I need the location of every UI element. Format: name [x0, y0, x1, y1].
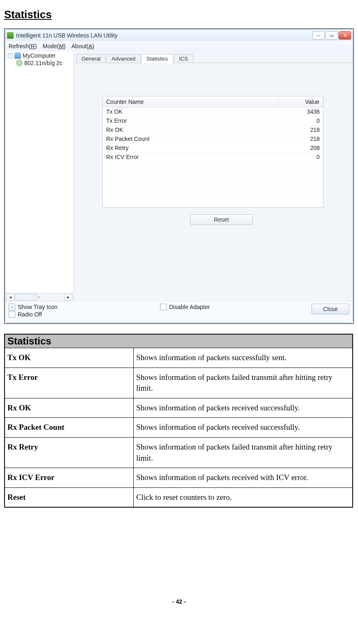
- table-row[interactable]: Tx Error0: [103, 117, 323, 126]
- maximize-button[interactable]: ▭: [325, 31, 338, 40]
- menubar: Refresh(R) Mode(M) About(A): [5, 41, 353, 51]
- table-row: ..: [103, 162, 323, 171]
- disable-adapter-label: Disable Adapter: [169, 304, 210, 310]
- table-row: ..: [103, 180, 323, 189]
- header-counter-name: Counter Name: [103, 96, 279, 107]
- tree-root-label: MyComputer: [23, 52, 56, 59]
- desc-term: Reset: [5, 487, 134, 507]
- adapter-icon: [16, 60, 23, 66]
- menu-refresh[interactable]: Refresh(R): [9, 43, 37, 49]
- desc-term: Rx Retry: [5, 437, 134, 468]
- titlebar: Intelligent 11n USB Wireless LAN Utility…: [5, 30, 353, 41]
- scroll-content-hint: III: [38, 296, 40, 299]
- table-row[interactable]: Rx ICV Error0: [103, 153, 323, 162]
- computer-icon: [14, 52, 21, 59]
- desc-title: Statistics: [5, 334, 353, 348]
- desc-row: Rx OKShows information of packets receiv…: [5, 398, 353, 418]
- checkbox-icon: [9, 311, 15, 318]
- table-row: ..: [103, 189, 323, 198]
- page-heading: Statistics: [4, 8, 354, 21]
- show-tray-label: Show Tray Icon: [18, 304, 58, 310]
- counter-value: 0: [279, 117, 323, 126]
- counter-value: 218: [279, 126, 323, 135]
- tab-general[interactable]: General: [76, 54, 106, 63]
- counter-name: Rx Retry: [103, 144, 279, 153]
- tree-hscrollbar[interactable]: ◂ III ▸: [5, 293, 73, 301]
- tree-expander-icon[interactable]: −: [8, 53, 13, 58]
- scroll-right-icon[interactable]: ▸: [64, 294, 72, 300]
- device-tree: − MyComputer 802.11n/b/g 2c ◂ III ▸: [5, 51, 74, 301]
- scroll-thumb[interactable]: [15, 294, 37, 300]
- tab-statistics[interactable]: Statistics: [141, 54, 173, 63]
- tree-child-label: 802.11n/b/g 2c: [24, 60, 63, 66]
- checkbox-icon: [160, 304, 167, 310]
- desc-term: Rx OK: [5, 398, 134, 418]
- desc-row: Tx OKShows information of packets succes…: [5, 348, 353, 368]
- desc-definition: Shows information of packets failed tran…: [134, 437, 353, 468]
- show-tray-checkbox[interactable]: ✓ Show Tray Icon: [9, 304, 160, 310]
- counter-value: 0: [279, 153, 323, 162]
- app-icon: [7, 32, 14, 39]
- desc-row: Tx ErrorShows information of packets fai…: [5, 368, 353, 398]
- statistics-table: Counter Name Value Tx OK3436Tx Error0Rx …: [102, 96, 323, 208]
- main-pane: General Advanced Statistics ICS Counter …: [74, 51, 353, 300]
- counter-value: 208: [279, 144, 323, 153]
- desc-row: ResetClick to reset counters to zero.: [5, 487, 353, 507]
- app-screenshot: Intelligent 11n USB Wireless LAN Utility…: [4, 28, 354, 324]
- close-button[interactable]: Close: [312, 304, 349, 314]
- desc-term: Rx ICV Error: [5, 468, 134, 488]
- tree-child[interactable]: 802.11n/b/g 2c: [5, 59, 73, 67]
- desc-row: Rx RetryShows information of packets fai…: [5, 437, 353, 468]
- minimize-button[interactable]: ─: [312, 31, 325, 40]
- header-value: Value: [279, 96, 323, 107]
- menu-mode[interactable]: Mode(M): [42, 43, 65, 49]
- disable-adapter-checkbox[interactable]: Disable Adapter: [160, 304, 312, 310]
- counter-value: 218: [279, 135, 323, 144]
- desc-term: Tx Error: [5, 368, 134, 398]
- desc-definition: Shows information of packets received su…: [134, 398, 353, 418]
- counter-name: Rx Packet Count: [103, 135, 279, 144]
- table-row: ..: [103, 171, 323, 180]
- page-number: - 42 -: [4, 598, 354, 605]
- counter-name: Rx OK: [103, 126, 279, 135]
- window-title: Intelligent 11n USB Wireless LAN Utility: [16, 32, 118, 39]
- radio-off-label: Radio Off: [18, 311, 42, 318]
- checkbox-icon: ✓: [9, 304, 15, 310]
- desc-term: Rx Packet Count: [5, 418, 134, 438]
- table-row[interactable]: Rx OK218: [103, 126, 323, 135]
- desc-definition: Shows information of packets received su…: [134, 418, 353, 438]
- radio-off-checkbox[interactable]: Radio Off: [9, 311, 160, 318]
- counter-name: Tx Error: [103, 117, 279, 126]
- tabbar: General Advanced Statistics ICS: [74, 51, 353, 63]
- desc-term: Tx OK: [5, 348, 134, 368]
- desc-row: Rx ICV ErrorShows information of packets…: [5, 468, 353, 488]
- desc-definition: Shows information of packets failed tran…: [134, 368, 353, 398]
- close-window-button[interactable]: ✕: [339, 31, 351, 40]
- counter-name: Tx OK: [103, 108, 279, 117]
- table-row: ..: [103, 198, 323, 207]
- description-table: Statistics Tx OKShows information of pac…: [4, 334, 353, 508]
- table-row[interactable]: Rx Packet Count218: [103, 135, 323, 144]
- app-window: Intelligent 11n USB Wireless LAN Utility…: [5, 29, 353, 323]
- tree-root[interactable]: − MyComputer: [5, 52, 73, 59]
- table-header: Counter Name Value: [103, 96, 323, 108]
- counter-name: Rx ICV Error: [103, 153, 279, 162]
- counter-value: 3436: [279, 108, 323, 117]
- tab-ics[interactable]: ICS: [174, 54, 193, 63]
- window-footer: ✓ Show Tray Icon Radio Off Disable Adapt…: [5, 301, 353, 323]
- menu-about[interactable]: About(A): [72, 43, 94, 49]
- table-row[interactable]: Tx OK3436: [103, 108, 323, 117]
- reset-button[interactable]: Reset: [190, 214, 253, 225]
- table-row[interactable]: Rx Retry208: [103, 144, 323, 153]
- desc-definition: Shows information of packets received wi…: [134, 468, 353, 488]
- desc-definition: Shows information of packets successfull…: [134, 348, 353, 368]
- desc-definition: Click to reset counters to zero.: [134, 487, 353, 507]
- tab-advanced[interactable]: Advanced: [106, 54, 141, 63]
- scroll-left-icon[interactable]: ◂: [6, 294, 14, 300]
- desc-row: Rx Packet CountShows information of pack…: [5, 418, 353, 438]
